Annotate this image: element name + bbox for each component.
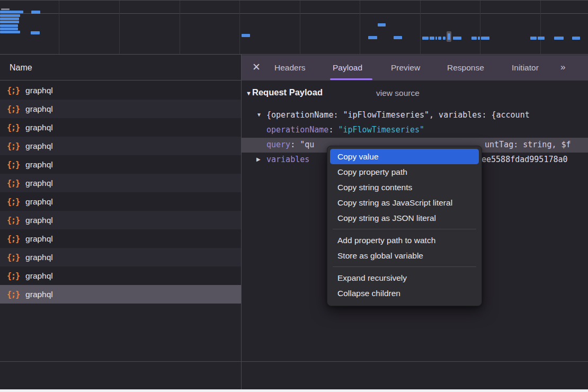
property-value-left: "qu [300, 140, 314, 149]
json-request-icon: {;} [7, 271, 20, 281]
tab-response[interactable]: Response [447, 55, 484, 81]
table-row[interactable]: {;}graphql [0, 155, 241, 174]
overview-gridline [180, 1, 180, 54]
menu-divider [333, 229, 476, 229]
collapse-triangle-icon[interactable]: ▼ [256, 112, 262, 118]
menu-item-copy-string-js-literal[interactable]: Copy string as JavaScript literal [330, 195, 479, 210]
overview-gridline [59, 1, 59, 54]
json-request-icon: {;} [7, 104, 20, 114]
overview-gridline [480, 1, 480, 54]
tab-headers[interactable]: Headers [274, 55, 306, 81]
overview-bar [443, 37, 446, 40]
overview-bar [572, 37, 580, 40]
overview-selected-request-tick [447, 31, 451, 42]
overview-bar [471, 37, 477, 40]
menu-item-copy-string-contents[interactable]: Copy string contents [330, 180, 479, 195]
tab-preview[interactable]: Preview [391, 55, 420, 81]
menu-item-copy-string-json-literal[interactable]: Copy string as JSON literal [330, 210, 479, 226]
json-request-icon: {;} [7, 253, 20, 262]
object-preview-text: {operationName: "ipFlowTimeseries", vari… [266, 110, 530, 120]
request-name: graphql [25, 271, 53, 281]
table-row[interactable]: {;}graphql [0, 229, 241, 248]
close-icon[interactable]: ✕ [251, 61, 262, 73]
request-name: graphql [25, 253, 53, 262]
overview-bar [242, 34, 250, 37]
collapse-triangle-icon[interactable]: ▼ [246, 90, 252, 96]
table-row[interactable]: {;}graphql [0, 285, 241, 304]
overview-bar [448, 33, 450, 40]
request-name: graphql [25, 197, 53, 207]
menu-item-copy-property-path[interactable]: Copy property path [330, 164, 479, 180]
table-row[interactable]: {;}graphql [0, 100, 241, 118]
overview-bar [435, 37, 437, 40]
overview-bar [554, 37, 564, 40]
menu-item-expand-recursively[interactable]: Expand recursively [330, 270, 479, 286]
request-name: graphql [25, 234, 53, 244]
overview-bar [1, 8, 10, 10]
menu-divider [333, 266, 476, 267]
overview-bar [478, 37, 480, 40]
overview-gridline [0, 13, 588, 14]
more-tabs-icon[interactable]: » [560, 55, 564, 81]
overview-gridline [360, 1, 360, 54]
overview-bar [368, 36, 377, 39]
table-row[interactable]: {;}graphql [0, 211, 241, 229]
menu-item-store-as-global-variable[interactable]: Store as global variable [330, 248, 479, 263]
request-name: graphql [25, 160, 53, 170]
footer-divider [0, 361, 588, 362]
overview-bar [438, 37, 441, 40]
table-row[interactable]: {;}graphql [0, 174, 241, 192]
selected-tab-indicator [330, 78, 372, 80]
request-name: graphql [25, 86, 53, 95]
request-name: graphql [25, 179, 53, 188]
payload-root-row[interactable]: ▼ {operationName: "ipFlowTimeseries", va… [242, 108, 588, 123]
json-request-icon: {;} [7, 160, 20, 170]
table-row[interactable]: {;}graphql [0, 118, 241, 137]
overview-bar [538, 37, 545, 40]
panel-divider[interactable] [241, 55, 242, 389]
overview-gridline [239, 1, 240, 54]
overview-bar [530, 37, 537, 40]
overview-bar [0, 24, 18, 27]
overview-bar [481, 37, 489, 40]
json-request-icon: {;} [7, 216, 20, 225]
json-request-icon: {;} [7, 141, 20, 151]
table-row[interactable]: {;}graphql [0, 192, 241, 211]
context-menu: Copy value Copy property path Copy strin… [327, 146, 482, 306]
overview-gridline [540, 1, 541, 54]
view-source-link[interactable]: view source [376, 88, 420, 98]
tab-initiator[interactable]: Initiator [512, 55, 539, 81]
json-request-icon: {;} [7, 234, 20, 244]
overview-gridline [420, 1, 421, 54]
overview-bar [422, 37, 429, 40]
menu-item-copy-value[interactable]: Copy value [330, 149, 479, 164]
overview-gridline [300, 1, 300, 54]
payload-row-operation-name[interactable]: operationName: "ipFlowTimeseries" [242, 123, 588, 138]
menu-item-collapse-children[interactable]: Collapse children [330, 286, 479, 301]
tab-payload[interactable]: Payload [333, 55, 362, 81]
request-list: {;}graphql{;}graphql{;}graphql{;}graphql… [0, 81, 241, 304]
request-name: graphql [25, 141, 53, 151]
menu-item-add-property-path-to-watch[interactable]: Add property path to watch [330, 233, 479, 248]
json-request-icon: {;} [7, 123, 20, 132]
json-request-icon: {;} [7, 197, 20, 207]
json-request-icon: {;} [7, 290, 20, 299]
overview-bar [378, 23, 386, 26]
section-title: Request Payload [252, 87, 323, 97]
detail-tabbar: ✕ Headers Payload Preview Response Initi… [242, 55, 588, 81]
property-key: query [266, 140, 290, 149]
overview-bar [31, 11, 40, 14]
expand-triangle-icon[interactable]: ▶ [256, 156, 261, 162]
property-key: variables [266, 155, 309, 164]
request-list-panel: Name {;}graphql{;}graphql{;}graphql{;}gr… [0, 55, 241, 392]
column-header-name[interactable]: Name [0, 55, 241, 81]
property-key: operationName [266, 125, 328, 135]
table-row[interactable]: {;}graphql [0, 81, 241, 100]
table-row[interactable]: {;}graphql [0, 248, 241, 266]
request-name: graphql [25, 123, 53, 132]
property-value: "ipFlowTimeseries" [338, 125, 424, 135]
request-payload-section-header[interactable]: ▼ Request Payload view source [242, 87, 588, 102]
network-overview-timeline[interactable] [0, 0, 588, 55]
table-row[interactable]: {;}graphql [0, 137, 241, 155]
table-row[interactable]: {;}graphql [0, 266, 241, 285]
